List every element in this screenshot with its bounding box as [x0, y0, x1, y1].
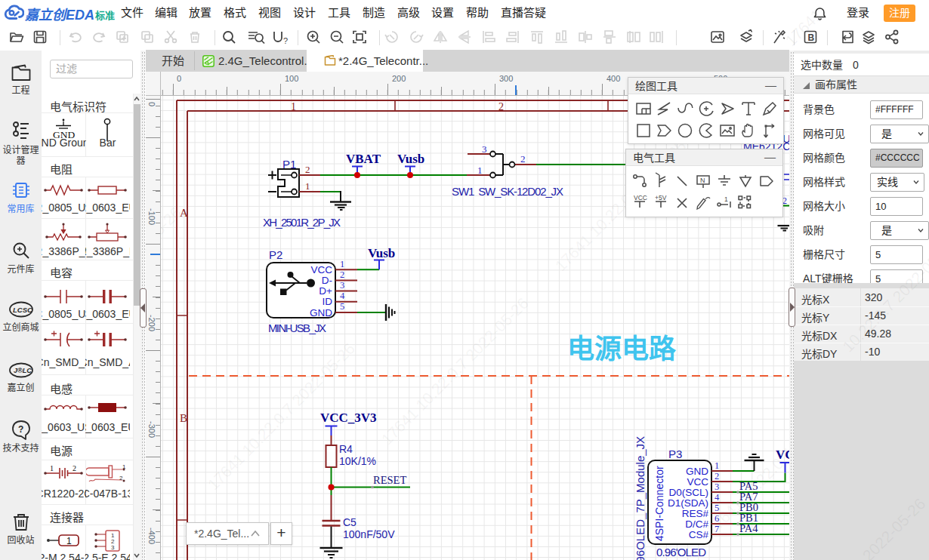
svg-text:1: 1: [305, 180, 310, 192]
svg-text:P1: P1: [282, 158, 296, 171]
svg-text:0.96'OLED: 0.96'OLED: [656, 546, 706, 558]
svg-text:6: 6: [714, 513, 719, 524]
svg-text:5: 5: [714, 503, 719, 513]
svg-text:VCC_3V3: VCC_3V3: [320, 411, 377, 425]
svg-text:VCC: VCC: [310, 264, 332, 275]
svg-text:1: 1: [714, 460, 719, 471]
svg-text:B: B: [808, 32, 815, 43]
svg-text:1: 1: [724, 195, 728, 203]
svg-text:B: B: [180, 412, 187, 424]
svg-text:1: 1: [66, 536, 72, 546]
svg-text:GND: GND: [686, 466, 708, 477]
svg-text:SW1 SW_SK-12D02_JX: SW1 SW_SK-12D02_JX: [452, 185, 563, 198]
svg-text:D1(SDA): D1(SDA): [668, 497, 708, 509]
svg-text:0.96OLED_7P_Module_JX: 0.96OLED_7P_Module_JX: [634, 436, 647, 560]
svg-text:XH_2501R_2P_JX: XH_2501R_2P_JX: [263, 216, 341, 229]
svg-text:1: 1: [291, 101, 296, 112]
svg-text:?: ?: [18, 424, 23, 435]
svg-text:VCC: VCC: [634, 194, 647, 202]
svg-text:PA4: PA4: [739, 522, 758, 534]
svg-text:?: ?: [283, 36, 288, 45]
svg-text:R4: R4: [339, 443, 353, 455]
svg-text:C5: C5: [343, 516, 356, 528]
svg-text:D-: D-: [322, 275, 332, 286]
svg-text:电源电路: 电源电路: [567, 334, 677, 365]
svg-text:RESET: RESET: [373, 474, 406, 486]
svg-text:1: 1: [50, 464, 54, 472]
svg-text:N: N: [700, 177, 705, 184]
svg-text:CS#: CS#: [689, 529, 709, 540]
svg-text:3: 3: [482, 143, 487, 155]
svg-text:2: 2: [305, 164, 310, 175]
svg-text:1: 1: [477, 165, 483, 176]
svg-text:7: 7: [714, 524, 719, 534]
svg-text:P2: P2: [269, 248, 282, 261]
svg-text:A: A: [180, 207, 188, 219]
svg-text:VBAT: VBAT: [346, 152, 381, 166]
svg-text:4: 4: [340, 291, 345, 301]
svg-text:100nF/50V: 100nF/50V: [343, 528, 395, 540]
svg-text:2: 2: [119, 475, 123, 482]
svg-text:5: 5: [340, 301, 344, 312]
svg-text:4: 4: [714, 492, 720, 503]
svg-text:D+: D+: [319, 285, 332, 297]
svg-text:RES#: RES#: [682, 508, 709, 519]
svg-text:2: 2: [498, 101, 504, 112]
svg-text:3: 3: [340, 280, 344, 291]
svg-text:VCC_3V3: VCC_3V3: [776, 448, 789, 462]
svg-text:2: 2: [73, 464, 76, 472]
svg-text:4SPI-Connector: 4SPI-Connector: [653, 466, 665, 541]
svg-text:GND: GND: [310, 307, 332, 318]
svg-text:3: 3: [111, 544, 115, 551]
svg-text:Vusb: Vusb: [368, 246, 395, 260]
svg-text:2: 2: [340, 269, 344, 280]
svg-text:D0(SCL): D0(SCL): [668, 487, 708, 498]
svg-text:1: 1: [340, 259, 344, 269]
svg-text:3: 3: [714, 482, 719, 492]
svg-text:VCC: VCC: [687, 476, 708, 488]
svg-text:LCSC: LCSC: [13, 306, 32, 314]
svg-text:2: 2: [520, 153, 526, 165]
svg-text:P3: P3: [668, 448, 682, 460]
svg-text:+5V: +5V: [655, 194, 667, 202]
svg-text:ID: ID: [323, 296, 333, 307]
svg-text:10K/1%: 10K/1%: [339, 455, 376, 467]
svg-text:Vusb: Vusb: [397, 152, 424, 166]
svg-text:D/C#: D/C#: [685, 518, 708, 530]
svg-text:MINI-USB_JX: MINI-USB_JX: [268, 322, 326, 334]
svg-text:J®LC: J®LC: [14, 367, 32, 374]
svg-text:2: 2: [714, 471, 719, 482]
